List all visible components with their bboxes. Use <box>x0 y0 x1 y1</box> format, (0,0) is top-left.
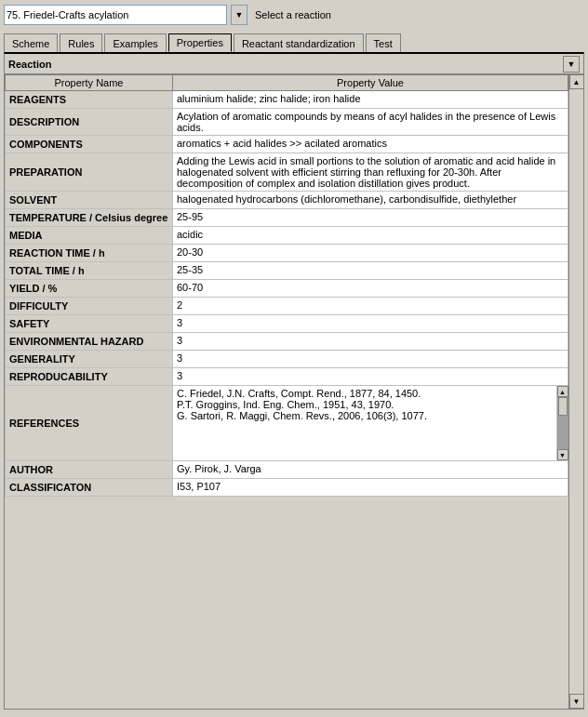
table-row: CLASSIFICATONI53, P107 <box>6 479 568 497</box>
tab-scheme-label: Scheme <box>12 38 49 49</box>
tab-properties-label: Properties <box>177 37 223 48</box>
tab-reactant-standardization-label: Reactant standardization <box>242 38 355 49</box>
property-value-cell: aluminium halide; zinc halide; iron hali… <box>173 91 568 109</box>
property-name-cell: YIELD / % <box>6 280 173 298</box>
table-row: COMPONENTSaromatics + acid halides >> ac… <box>6 136 568 153</box>
property-value-cell: 25-95 <box>173 209 568 227</box>
reaction-select[interactable]: 75. Friedel-Crafts acylation <box>4 5 227 25</box>
table-row: TEMPERATURE / Celsius degree25-95 <box>6 209 568 227</box>
table-row: ENVIRONMENTAL HAZARD3 <box>6 333 568 351</box>
table-wrapper[interactable]: Property Name Property Value REAGENTSalu… <box>5 74 568 709</box>
property-value-cell: 3 <box>173 351 568 368</box>
property-name-cell: SAFETY <box>6 315 173 333</box>
property-name-cell: REPRODUCABILITY <box>6 368 173 386</box>
tab-examples[interactable]: Examples <box>104 33 166 52</box>
property-value-cell: acidic <box>173 227 568 245</box>
tab-rules[interactable]: Rules <box>60 33 102 52</box>
property-value-cell: Adding the Lewis acid in small portions … <box>173 153 568 192</box>
property-value-cell: 60-70 <box>173 280 568 298</box>
references-scroll-thumb[interactable] <box>558 397 568 416</box>
main-scrollbar: ▲ ▼ <box>568 74 583 709</box>
tab-test[interactable]: Test <box>366 33 401 52</box>
panel-header-chevron-icon: ▼ <box>568 60 576 69</box>
main-panel: Reaction ▼ Property Name Property Value … <box>4 52 584 710</box>
tab-reactant-standardization[interactable]: Reactant standardization <box>234 33 364 52</box>
table-row: SAFETY3 <box>6 315 568 333</box>
property-name-cell: TOTAL TIME / h <box>6 262 173 280</box>
tab-properties[interactable]: Properties <box>168 33 232 52</box>
table-row: SOLVENThalogenated hydrocarbons (dichlor… <box>6 192 568 209</box>
property-value-cell: 25-35 <box>173 262 568 280</box>
property-name-cell: ENVIRONMENTAL HAZARD <box>6 333 173 351</box>
property-name-cell: DIFFICULTY <box>6 298 173 315</box>
properties-table: Property Name Property Value REAGENTSalu… <box>5 74 568 497</box>
panel-header-dropdown-btn[interactable]: ▼ <box>563 56 580 73</box>
tab-examples-label: Examples <box>113 38 157 49</box>
select-reaction-label: Select a reaction <box>255 9 331 20</box>
property-name-cell: TEMPERATURE / Celsius degree <box>6 209 173 227</box>
table-row: REFERENCESC. Friedel, J.N. Crafts, Compt… <box>6 386 568 461</box>
property-value-cell: I53, P107 <box>173 479 568 497</box>
property-name-cell: SOLVENT <box>6 192 173 209</box>
table-row: AUTHORGy. Pirok, J. Varga <box>6 461 568 479</box>
reaction-dropdown-arrow-btn[interactable]: ▼ <box>231 5 247 25</box>
property-value-cell: 2 <box>173 298 568 315</box>
property-value-cell: 20-30 <box>173 245 568 262</box>
property-name-cell: MEDIA <box>6 227 173 245</box>
panel-header-label: Reaction <box>8 59 51 70</box>
scrollbar-up-btn[interactable]: ▲ <box>569 74 584 89</box>
top-bar: 75. Friedel-Crafts acylation ▼ Select a … <box>0 0 588 30</box>
tabs-area: Scheme Rules Examples Properties Reactan… <box>0 30 588 52</box>
property-name-cell: DESCRIPTION <box>6 109 173 136</box>
property-value-cell: Gy. Pirok, J. Varga <box>173 461 568 479</box>
property-name-cell: PREPARATION <box>6 153 173 192</box>
property-name-cell: REAGENTS <box>6 91 173 109</box>
property-value-cell: aromatics + acid halides >> acilated aro… <box>173 136 568 153</box>
col-header-property-name: Property Name <box>6 75 173 91</box>
scrollbar-down-btn[interactable]: ▼ <box>569 694 584 709</box>
table-row: MEDIAacidic <box>6 227 568 245</box>
table-row: YIELD / %60-70 <box>6 280 568 298</box>
references-scroll-track[interactable] <box>557 397 568 449</box>
property-value-cell: 3 <box>173 333 568 351</box>
table-row: PREPARATIONAdding the Lewis acid in smal… <box>6 153 568 192</box>
col-header-property-value: Property Value <box>173 75 568 91</box>
property-name-cell: AUTHOR <box>6 461 173 479</box>
table-row: REACTION TIME / h20-30 <box>6 245 568 262</box>
table-row: TOTAL TIME / h25-35 <box>6 262 568 280</box>
property-name-cell: GENERALITY <box>6 351 173 368</box>
dropdown-arrow-icon: ▼ <box>235 10 244 20</box>
table-row: REAGENTSaluminium halide; zinc halide; i… <box>6 91 568 109</box>
property-value-cell: Acylation of aromatic compounds by means… <box>173 109 568 136</box>
property-name-cell: COMPONENTS <box>6 136 173 153</box>
property-name-cell: REACTION TIME / h <box>6 245 173 262</box>
panel-header: Reaction ▼ <box>5 54 583 74</box>
table-row: REPRODUCABILITY3 <box>6 368 568 386</box>
property-name-cell: REFERENCES <box>6 386 173 461</box>
property-value-cell: halogenated hydrocarbons (dichloromethan… <box>173 192 568 209</box>
table-row: DIFFICULTY2 <box>6 298 568 315</box>
references-scroll-down-btn[interactable]: ▼ <box>557 449 568 460</box>
property-value-cell: 3 <box>173 315 568 333</box>
tab-rules-label: Rules <box>68 38 94 49</box>
scrollbar-track[interactable] <box>569 89 584 694</box>
references-content: C. Friedel, J.N. Crafts, Compt. Rend., 1… <box>173 386 568 460</box>
property-value-cell: 3 <box>173 368 568 386</box>
tab-test-label: Test <box>374 38 393 49</box>
property-name-cell: CLASSIFICATON <box>6 479 173 497</box>
table-body: REAGENTSaluminium halide; zinc halide; i… <box>6 91 568 497</box>
table-row: DESCRIPTIONAcylation of aromatic compoun… <box>6 109 568 136</box>
table-row: GENERALITY3 <box>6 351 568 368</box>
table-and-scrollbar: Property Name Property Value REAGENTSalu… <box>5 74 583 709</box>
references-scrollbar: ▲▼ <box>556 386 568 460</box>
tab-scheme[interactable]: Scheme <box>4 33 58 52</box>
property-value-cell: C. Friedel, J.N. Crafts, Compt. Rend., 1… <box>173 386 568 461</box>
references-scroll-up-btn[interactable]: ▲ <box>557 386 568 397</box>
